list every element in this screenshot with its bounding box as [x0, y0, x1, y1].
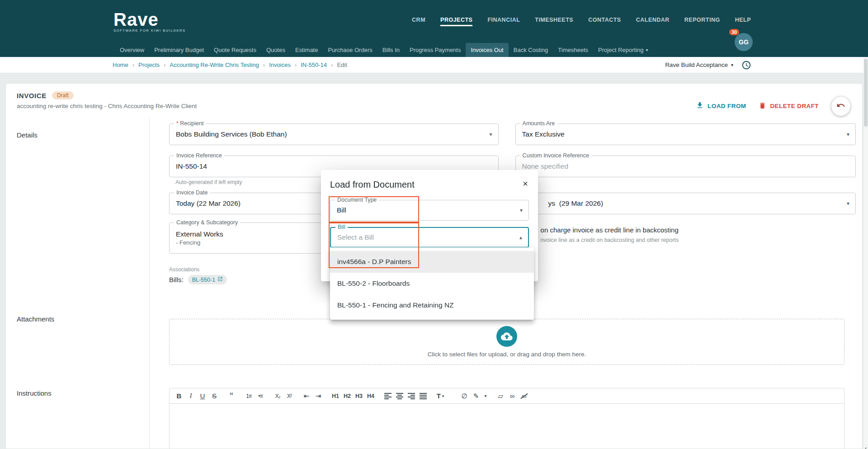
- bill-chip[interactable]: BL-550-1: [188, 275, 227, 284]
- format-clear-circle-icon[interactable]: ∅: [459, 390, 470, 402]
- project-selector-dropdown[interactable]: Rave Build Acceptance: [665, 61, 733, 68]
- rave-logo[interactable]: Rave SOFTWARE FOR KIWI BUILDERS: [113, 11, 186, 33]
- history-clock-icon[interactable]: [741, 60, 751, 70]
- page-scrollbar[interactable]: [863, 57, 868, 449]
- heading3-icon[interactable]: H3: [354, 390, 364, 402]
- indent-icon[interactable]: ⇥: [313, 390, 324, 402]
- app-header: Rave SOFTWARE FOR KIWI BUILDERS CRMPROJE…: [0, 0, 868, 43]
- chevron-down-icon: [847, 132, 849, 137]
- amounts-are-label: Amounts Are: [520, 120, 557, 127]
- heading1-icon[interactable]: H1: [330, 390, 341, 402]
- trash-icon: [759, 102, 766, 111]
- sub-nav-item[interactable]: Bills In: [377, 43, 405, 57]
- bill-options-popover: inv4566a - D.P PaintersBL-550-2 - Floorb…: [330, 247, 534, 320]
- category-value: External Works: [176, 230, 223, 238]
- document-type-select[interactable]: Document Type Bill: [330, 200, 529, 221]
- load-from-button[interactable]: LOAD FROM: [696, 101, 746, 111]
- sub-nav-item[interactable]: Overview: [115, 43, 149, 57]
- bill-option[interactable]: inv4566a - D.P Painters: [330, 251, 534, 273]
- breadcrumb-item[interactable]: Projects: [138, 61, 170, 68]
- top-nav-item[interactable]: PROJECTS: [440, 17, 472, 26]
- strikethrough-icon[interactable]: S: [209, 390, 220, 402]
- top-nav-item[interactable]: CONTACTS: [588, 17, 621, 26]
- bullet-list-icon[interactable]: •≡: [255, 390, 266, 402]
- align-left-icon[interactable]: [382, 390, 393, 402]
- breadcrumb-item[interactable]: Home: [113, 61, 138, 68]
- top-nav-item[interactable]: TIMESHEETS: [535, 17, 573, 26]
- bill-option[interactable]: BL-550-1 - Fencing and Retaining NZ: [330, 294, 534, 316]
- superscript-icon[interactable]: X²: [284, 390, 295, 402]
- align-center-icon[interactable]: [394, 390, 405, 402]
- bill-option[interactable]: BL-550-2 - Floorboards: [330, 273, 534, 294]
- sub-nav-item[interactable]: Progress Payments: [405, 43, 466, 57]
- blockquote-icon[interactable]: “: [226, 390, 237, 402]
- amounts-are-select[interactable]: Amounts Are Tax Exclusive: [515, 123, 856, 145]
- top-nav-item[interactable]: CRM: [412, 17, 425, 26]
- breadcrumb-bar: HomeProjectsAccounting Re-Write Chris Te…: [0, 57, 868, 73]
- italic-icon[interactable]: I: [185, 390, 196, 402]
- chevron-down-icon: [520, 208, 523, 213]
- backcosting-option-text: on charge invoice as credit line in back…: [541, 226, 856, 234]
- sub-nav-item[interactable]: Invoices Out: [466, 43, 508, 57]
- bill-select-label: Bill: [335, 224, 348, 230]
- ordered-list-icon[interactable]: 1≡: [243, 390, 254, 402]
- heading2-icon[interactable]: H2: [342, 390, 353, 402]
- section-labels-column: Details Attachments Instructions: [6, 118, 150, 449]
- breadcrumb-item[interactable]: IN-550-14: [301, 61, 337, 68]
- breadcrumb-item[interactable]: Accounting Re-Write Chris Testing: [170, 61, 269, 68]
- link-icon[interactable]: ∞: [507, 390, 518, 402]
- breadcrumb-item[interactable]: Edit: [337, 61, 347, 68]
- bill-select[interactable]: Bill Select a Bill: [330, 227, 529, 248]
- revert-button[interactable]: [831, 97, 850, 116]
- text-color-icon[interactable]: T: [435, 390, 446, 402]
- align-bars: [384, 393, 392, 399]
- bills-label: Bills:: [169, 276, 184, 284]
- sub-nav-item[interactable]: Preliminary Budget: [149, 43, 209, 57]
- scroll-down-arrow[interactable]: [863, 443, 868, 449]
- sub-nav-item[interactable]: Quote Requests: [209, 43, 261, 57]
- instructions-editor-body[interactable]: [170, 404, 844, 449]
- sub-nav-item[interactable]: Timesheets: [553, 43, 593, 57]
- category-label: Category & Subcategory: [174, 219, 240, 226]
- user-avatar[interactable]: 30 GG: [735, 33, 753, 51]
- top-nav-item[interactable]: REPORTING: [684, 17, 720, 26]
- delete-draft-button[interactable]: DELETE DRAFT: [759, 102, 819, 111]
- sub-nav-item[interactable]: Back Costing: [509, 43, 553, 57]
- align-bars: [420, 393, 427, 399]
- section-label-details: Details: [17, 131, 38, 139]
- custom-invoice-reference-input[interactable]: Custom Invoice Reference None specified: [515, 156, 856, 177]
- pen-color-caret-icon[interactable]: ▾: [482, 390, 489, 402]
- eraser-icon[interactable]: ▱: [495, 390, 506, 402]
- outdent-icon[interactable]: ⇤: [301, 390, 312, 402]
- align-justify-icon[interactable]: [418, 390, 429, 402]
- scrollbar-thumb[interactable]: [864, 59, 868, 127]
- breadcrumb-item[interactable]: Invoices: [269, 61, 301, 68]
- underline-icon[interactable]: U: [197, 390, 208, 402]
- sub-nav-item[interactable]: Estimate: [290, 43, 323, 57]
- close-icon[interactable]: [523, 179, 528, 188]
- backcosting-option-caption: nvoice line as a credit on backcosting a…: [541, 237, 856, 243]
- highlighter-pen-icon[interactable]: ✎: [471, 390, 481, 402]
- backcosting-option: on charge invoice as credit line in back…: [515, 222, 856, 254]
- subscript-icon[interactable]: X₂: [272, 390, 283, 402]
- chevron-down-icon: [847, 201, 849, 206]
- due-date-select[interactable]: ys (29 Mar 2026): [515, 193, 856, 214]
- top-nav-item[interactable]: FINANCIAL: [487, 17, 520, 26]
- top-nav-item[interactable]: CALENDAR: [636, 17, 670, 26]
- sub-nav-item[interactable]: Project Reporting: [593, 43, 653, 57]
- status-badge: Draft: [52, 91, 74, 99]
- top-nav: CRMPROJECTSFINANCIALTIMESHEETSCONTACTSCA…: [412, 17, 751, 26]
- file-dropzone[interactable]: Click to select files for upload, or dra…: [169, 319, 844, 365]
- sub-nav-item[interactable]: Purchase Orders: [323, 43, 377, 57]
- sub-nav-item[interactable]: Quotes: [261, 43, 290, 57]
- unlink-icon[interactable]: ∞: [519, 390, 529, 402]
- recipient-select[interactable]: Recipient Bobs Building Services (Bob Et…: [169, 123, 499, 145]
- top-nav-item[interactable]: HELP: [735, 17, 751, 26]
- dropzone-text: Click to select files for upload, or dra…: [428, 351, 586, 358]
- bold-icon[interactable]: B: [174, 390, 184, 402]
- cloud-upload-icon: [496, 326, 517, 347]
- heading4-icon[interactable]: H4: [365, 390, 376, 402]
- align-right-icon[interactable]: [406, 390, 417, 402]
- recipient-label: Recipient: [174, 120, 206, 127]
- instructions-editor: B I U S “ 1≡ •: [169, 388, 844, 449]
